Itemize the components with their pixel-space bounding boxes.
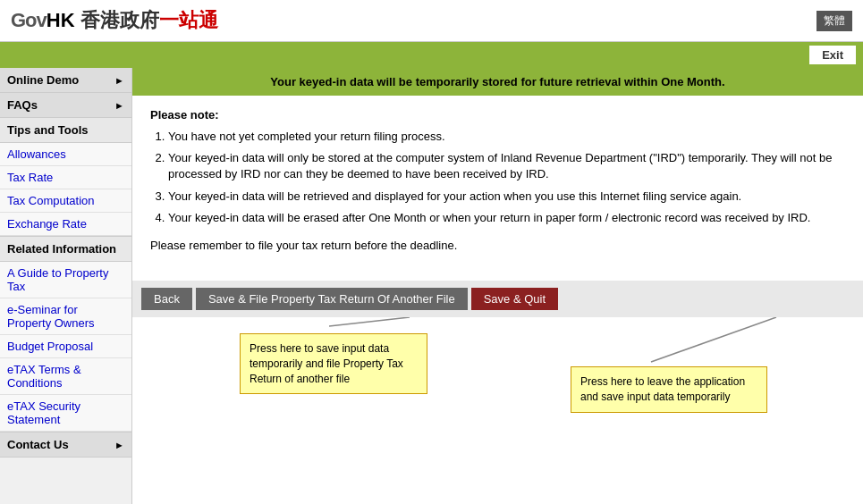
sidebar-section-tips-tools: Tips and Tools Allowances Tax Rate Tax C… bbox=[0, 118, 131, 237]
arrow-icon-online-demo: ► bbox=[114, 75, 124, 86]
sidebar-item-online-demo[interactable]: Online Demo ► bbox=[0, 68, 131, 92]
back-button[interactable]: Back bbox=[141, 288, 192, 310]
sidebar-section-online-demo: Online Demo ► bbox=[0, 68, 131, 93]
arrow-icon-contact-us: ► bbox=[114, 440, 124, 450]
main-layout: Online Demo ► FAQs ► Tips and Tools Allo… bbox=[0, 68, 863, 504]
note-item-3: Your keyed-in data will be retrieved and… bbox=[168, 189, 845, 205]
left-callout-text: Press here to save input data temporaril… bbox=[250, 342, 403, 385]
sidebar-label-faqs: FAQs bbox=[7, 98, 38, 112]
sidebar-item-allowances[interactable]: Allowances bbox=[0, 143, 131, 166]
sidebar-item-exchange-rate[interactable]: Exchange Rate bbox=[0, 213, 131, 236]
arrow-icon-faqs: ► bbox=[114, 100, 124, 111]
right-callout-text: Press here to leave the application and … bbox=[580, 375, 745, 403]
logo-gov: Gov bbox=[11, 9, 47, 32]
logo-chinese: 香港政府一站通 bbox=[75, 7, 218, 34]
language-button[interactable]: 繁體 bbox=[816, 11, 852, 31]
svg-line-1 bbox=[651, 317, 776, 362]
sidebar-item-etax-security[interactable]: eTAX Security Statement bbox=[0, 395, 131, 432]
sidebar-item-contact-us[interactable]: Contact Us ► bbox=[0, 433, 131, 457]
content-body: Please note: You have not yet completed … bbox=[132, 96, 863, 281]
sidebar-item-etax-terms[interactable]: eTAX Terms & Conditions bbox=[0, 358, 131, 395]
svg-line-0 bbox=[329, 317, 410, 326]
note-item-1: You have not yet completed your return f… bbox=[168, 129, 845, 145]
sidebar-label-contact-us: Contact Us bbox=[7, 438, 69, 451]
sidebar: Online Demo ► FAQs ► Tips and Tools Allo… bbox=[0, 68, 132, 504]
note-item-2: Your keyed-in data will only be stored a… bbox=[168, 150, 845, 182]
sidebar-heading-tips-tools: Tips and Tools bbox=[0, 118, 131, 143]
sidebar-item-tax-rate[interactable]: Tax Rate bbox=[0, 166, 131, 189]
sidebar-item-faqs[interactable]: FAQs ► bbox=[0, 93, 131, 117]
notice-bar: Your keyed-in data will be temporarily s… bbox=[132, 68, 863, 96]
top-nav: Exit bbox=[0, 42, 863, 68]
reminder-text: Please remember to file your tax return … bbox=[150, 239, 845, 252]
sidebar-section-contact-us: Contact Us ► bbox=[0, 433, 131, 458]
note-list: You have not yet completed your return f… bbox=[168, 129, 845, 226]
logo-highlight: 一站通 bbox=[159, 9, 218, 31]
sidebar-label-online-demo: Online Demo bbox=[7, 73, 79, 87]
sidebar-item-eseminar[interactable]: e-Seminar for Property Owners bbox=[0, 298, 131, 335]
header: GovHK 香港政府一站通 繁體 bbox=[0, 0, 863, 42]
sidebar-item-budget-proposal[interactable]: Budget Proposal bbox=[0, 335, 131, 358]
please-note-heading: Please note: bbox=[150, 108, 845, 122]
sidebar-section-related-info: Related Information A Guide to Property … bbox=[0, 237, 131, 433]
left-callout: Press here to save input data temporaril… bbox=[240, 333, 427, 394]
save-quit-button[interactable]: Save & Quit bbox=[471, 288, 558, 310]
sidebar-item-guide-property-tax[interactable]: A Guide to Property Tax bbox=[0, 262, 131, 298]
exit-button[interactable]: Exit bbox=[809, 46, 856, 64]
content-area: Your keyed-in data will be temporarily s… bbox=[132, 68, 863, 504]
logo-hk: HK bbox=[47, 9, 75, 32]
right-callout: Press here to leave the application and … bbox=[571, 366, 767, 413]
sidebar-item-tax-computation[interactable]: Tax Computation bbox=[0, 189, 131, 213]
sidebar-heading-related-info: Related Information bbox=[0, 237, 131, 262]
action-area: Back Save & File Property Tax Return Of … bbox=[132, 281, 863, 317]
callouts-area: Press here to save input data temporaril… bbox=[132, 317, 863, 460]
note-item-4: Your keyed-in data will be erased after … bbox=[168, 210, 845, 226]
logo: GovHK 香港政府一站通 bbox=[11, 7, 218, 34]
save-file-button[interactable]: Save & File Property Tax Return Of Anoth… bbox=[196, 288, 468, 310]
sidebar-section-faqs: FAQs ► bbox=[0, 93, 131, 118]
